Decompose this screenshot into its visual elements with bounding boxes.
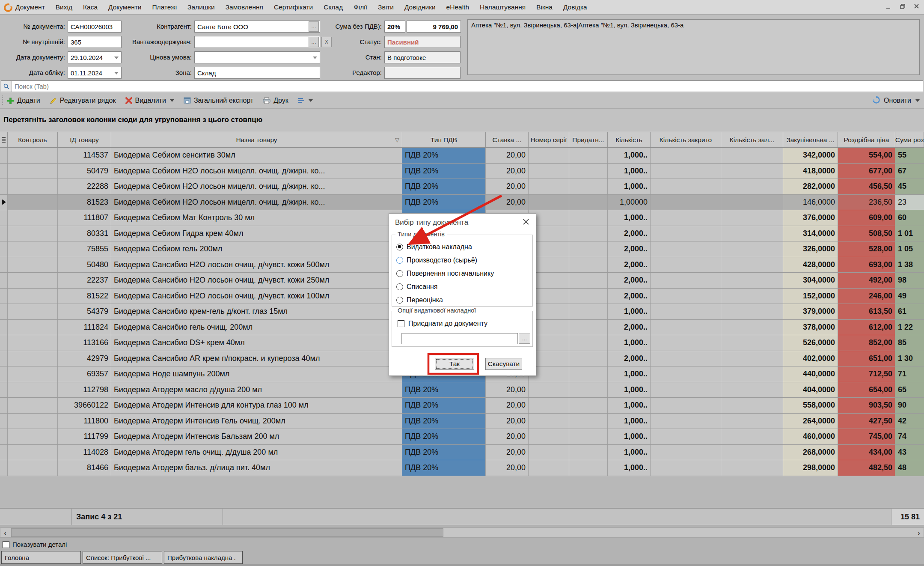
cell-col8[interactable]: 2,000.. [608, 289, 651, 304]
cell-col8[interactable]: 1,000.. [608, 210, 651, 226]
cell-col11[interactable]: 418,0000 [783, 164, 838, 179]
cell-col7[interactable] [569, 460, 608, 476]
cell-col8[interactable]: 1,000.. [608, 445, 651, 460]
cell-col8[interactable]: 1,000.. [608, 304, 651, 319]
cell-col13[interactable]: 85 [895, 335, 924, 351]
cell-col7[interactable] [569, 226, 608, 241]
cell-col13[interactable]: 48 [895, 460, 924, 476]
document-date-field-dropdown-arrow[interactable] [114, 57, 119, 59]
cell-col6[interactable] [529, 429, 569, 444]
cancel-button[interactable]: Скасувати [485, 358, 522, 370]
cell-col3[interactable]: Биодерма Сансибио крем-гель д/конт. глаз… [111, 304, 402, 319]
table-row[interactable]: 50479Биодерма Себиом Н2О лосьон мицелл. … [0, 164, 924, 179]
menu-item-6[interactable]: Залишки [187, 3, 215, 11]
cell-col0[interactable] [0, 148, 8, 163]
cell-col9[interactable] [651, 273, 721, 288]
print-button[interactable]: Друк [263, 97, 288, 104]
cell-col10[interactable] [721, 257, 783, 273]
column-header-6[interactable]: Номер серії [529, 132, 569, 147]
cell-col2[interactable]: 81523 [58, 195, 111, 210]
cell-col12[interactable]: 654,00 [838, 382, 895, 398]
cell-col2[interactable]: 50479 [58, 164, 111, 179]
cell-col10[interactable] [721, 164, 783, 179]
internal-number-field[interactable]: 365 [68, 36, 122, 48]
cell-col3[interactable]: Биодерма Себиом Н2О лосьон мицелл. очищ.… [111, 164, 402, 179]
menu-item-9[interactable]: Склад [324, 3, 343, 11]
cell-col11[interactable]: 440,0000 [783, 366, 838, 382]
cell-col1[interactable] [8, 257, 58, 273]
cell-col4[interactable]: ПДВ 20% [402, 429, 486, 444]
cell-col8[interactable]: 1,000.. [608, 148, 651, 163]
cell-col0[interactable] [0, 241, 8, 257]
cell-col1[interactable] [8, 335, 58, 351]
cell-col10[interactable] [721, 382, 783, 398]
cell-col11[interactable]: 264,0000 [783, 414, 838, 429]
show-details-checkbox[interactable] [3, 541, 9, 548]
cell-col7[interactable] [569, 257, 608, 273]
cell-col11[interactable]: 268,0000 [783, 445, 838, 460]
cell-col3[interactable]: Биодерма Атодерм Интенсив для контура гл… [111, 398, 402, 413]
list-options-button[interactable] [298, 98, 313, 104]
cell-col11[interactable]: 326,0000 [783, 241, 838, 257]
cell-col1[interactable] [8, 241, 58, 257]
cell-col7[interactable] [569, 429, 608, 444]
cell-col1[interactable] [8, 398, 58, 413]
tab-main[interactable]: Головна [1, 551, 81, 564]
cell-col13[interactable]: 90 [895, 398, 924, 413]
cell-col0[interactable] [0, 273, 8, 288]
cell-col9[interactable] [651, 382, 721, 398]
cell-col13[interactable]: 61 [895, 304, 924, 319]
cell-col2[interactable]: 75855 [58, 241, 111, 257]
cell-col8[interactable]: 2,000.. [608, 273, 651, 288]
column-header-11[interactable]: Закупівельна ... [783, 132, 838, 147]
column-header-12[interactable]: Роздрібна ціна [838, 132, 895, 147]
cell-col10[interactable] [721, 289, 783, 304]
cell-col12[interactable]: 712,50 [838, 366, 895, 382]
column-header-7[interactable]: Придатн... [569, 132, 608, 147]
cell-col6[interactable] [529, 179, 569, 194]
cell-col13[interactable]: 49 [895, 289, 924, 304]
cell-col12[interactable]: 554,00 [838, 148, 895, 163]
cell-col2[interactable]: 111799 [58, 429, 111, 444]
cell-col4[interactable]: ПДВ 20% [402, 414, 486, 429]
cell-col4[interactable]: ПДВ 20% [402, 164, 486, 179]
cell-col6[interactable] [529, 195, 569, 210]
cell-col5[interactable]: 20,00 [486, 398, 529, 413]
cell-col8[interactable]: 2,000.. [608, 320, 651, 335]
cell-col11[interactable]: 558,0000 [783, 398, 838, 413]
cell-col12[interactable]: 482,50 [838, 460, 895, 476]
cell-col3[interactable]: Биодерма Себиом гель 200мл [111, 241, 402, 257]
cell-col8[interactable]: 1,000.. [608, 414, 651, 429]
cell-col7[interactable] [569, 366, 608, 382]
cell-col9[interactable] [651, 289, 721, 304]
cell-col10[interactable] [721, 210, 783, 226]
cell-col1[interactable] [8, 273, 58, 288]
menu-item-14[interactable]: Налаштування [480, 3, 526, 11]
cell-col11[interactable]: 402,0000 [783, 351, 838, 366]
column-header-13[interactable]: Сума роз [895, 132, 924, 147]
cell-col9[interactable] [651, 210, 721, 226]
cell-col1[interactable] [8, 164, 58, 179]
cell-col13[interactable]: 1 22 [895, 320, 924, 335]
scroll-left-arrow[interactable]: ‹ [0, 528, 10, 537]
cell-col10[interactable] [721, 148, 783, 163]
cell-col8[interactable]: 2,000.. [608, 226, 651, 241]
search-input[interactable] [12, 83, 923, 90]
cell-col10[interactable] [721, 226, 783, 241]
cell-col8[interactable]: 1,000.. [608, 382, 651, 398]
menu-item-11[interactable]: Звіти [378, 3, 394, 11]
cell-col10[interactable] [721, 398, 783, 413]
cell-col10[interactable] [721, 195, 783, 210]
cell-col9[interactable] [651, 320, 721, 335]
cell-col1[interactable] [8, 148, 58, 163]
cell-col13[interactable]: 43 [895, 445, 924, 460]
table-row[interactable]: 114537Биодерма Себиом сенситив 30млПДВ 2… [0, 148, 924, 164]
cell-col5[interactable]: 20,00 [486, 179, 529, 194]
column-header-4[interactable]: Тип ПДВ [402, 132, 486, 147]
cell-col11[interactable]: 526,0000 [783, 335, 838, 351]
cell-col13[interactable]: 1 01 [895, 226, 924, 241]
cell-col1[interactable] [8, 460, 58, 476]
menu-item-12[interactable]: Довідники [404, 3, 436, 11]
cell-col11[interactable]: 460,0000 [783, 429, 838, 444]
cell-col3[interactable]: Биодерма Сансибио AR крем п/покрасн. и к… [111, 351, 402, 366]
